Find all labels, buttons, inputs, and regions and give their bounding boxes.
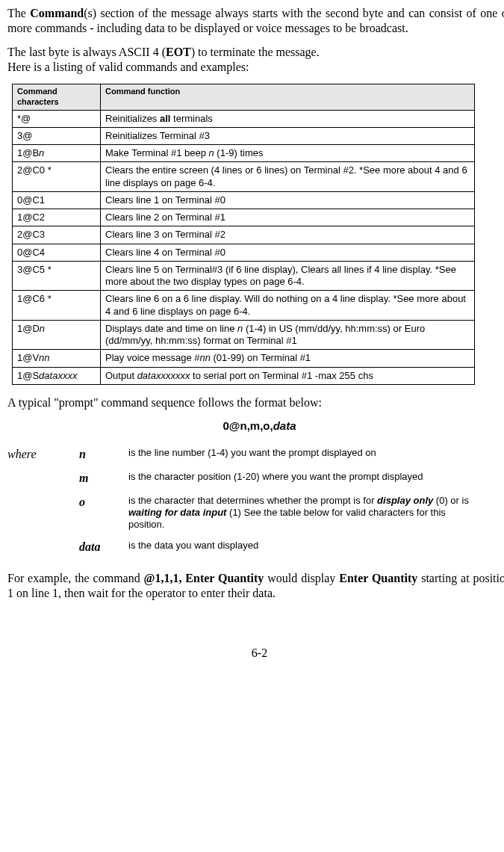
table-cell: 1@Vnn — [13, 350, 101, 367]
table-cell: 0@C4 — [13, 244, 101, 261]
table-cell: Clears line 3 on Terminal #2 — [101, 226, 475, 244]
table-cell: 1@Dn — [13, 320, 101, 350]
table-header: Command characters — [13, 84, 101, 111]
where-desc: is the data you want displayed — [128, 540, 485, 564]
paragraph-command-section: The Command(s) section of the message al… — [7, 6, 504, 36]
table-row: m is the character position (1-20) where… — [7, 471, 485, 495]
table-cell: *@ — [13, 110, 101, 127]
table-row: *@ Reinitializes all terminals — [13, 110, 475, 127]
table-cell: 2@C3 — [13, 226, 101, 244]
where-symbol: data — [79, 540, 128, 564]
table-cell: Displays date and time on line n (1-4) i… — [101, 320, 475, 350]
table-cell: Reinitializes all terminals — [101, 110, 475, 127]
table-cell: Play voice message #nn (01-99) on Termin… — [101, 350, 475, 367]
table-cell: Clears line 4 on Terminal #0 — [101, 244, 475, 261]
table-row: 0@C1 Clears line 1 on Terminal #0 — [13, 191, 475, 209]
table-cell: Clears line 5 on Terminal#3 (if 6 line d… — [101, 261, 475, 291]
table-row: o is the character that determines wheth… — [7, 495, 485, 540]
table-cell: 2@C0 * — [13, 162, 101, 192]
table-cell: 1@C6 * — [13, 291, 101, 321]
text: The last byte is always ASCII 4 ( — [7, 46, 166, 58]
command-table: Command characters Command function *@ R… — [12, 84, 475, 385]
table-row: where n is the line number (1-4) you wan… — [7, 447, 485, 471]
table-cell: Make Terminal #1 beep n (1-9) times — [101, 145, 475, 162]
where-symbol: o — [79, 495, 128, 540]
table-cell: 1@Sdataxxxx — [13, 367, 101, 384]
text-italic: data — [273, 419, 296, 432]
where-label: where — [7, 447, 79, 471]
table-cell: 1@Bn — [13, 145, 101, 162]
text: ) to terminate the message. — [191, 46, 320, 58]
where-desc: is the line number (1-4) you want the pr… — [128, 447, 485, 471]
text-bold: EOT — [166, 46, 191, 58]
where-table: where n is the line number (1-4) you wan… — [7, 447, 485, 564]
where-symbol: m — [79, 471, 128, 495]
table-cell: 1@C2 — [13, 209, 101, 226]
table-row: 1@C2 Clears line 2 on Terminal #1 — [13, 209, 475, 226]
table-row: 1@Bn Make Terminal #1 beep n (1-9) times — [13, 145, 475, 162]
table-cell: 3@C5 * — [13, 261, 101, 291]
table-row: 1@C6 * Clears line 6 on a 6 line display… — [13, 291, 475, 321]
table-row: data is the data you want displayed — [7, 540, 485, 564]
table-row: 2@C0 * Clears the entire screen (4 lines… — [13, 162, 475, 192]
text: 0@n,m,o, — [223, 419, 273, 432]
where-symbol: n — [79, 447, 128, 471]
table-row: 3@C5 * Clears line 5 on Terminal#3 (if 6… — [13, 261, 475, 291]
where-desc: is the character that determines whether… — [128, 495, 485, 540]
paragraph-eot: The last byte is always ASCII 4 (EOT) to… — [7, 45, 504, 60]
text-bold: Enter Quantity — [339, 572, 417, 584]
text-bold: Command — [30, 7, 84, 19]
table-row: 2@C3 Clears line 3 on Terminal #2 — [13, 226, 475, 244]
table-cell: Clears line 1 on Terminal #0 — [101, 191, 475, 209]
table-cell: 0@C1 — [13, 191, 101, 209]
paragraph-example: For example, the command @1,1,1, Enter Q… — [7, 571, 504, 601]
paragraph-listing-intro: Here is a listing of valid commands and … — [7, 60, 504, 75]
table-cell: Reinitializes Terminal #3 — [101, 127, 475, 144]
text: The — [7, 7, 30, 19]
table-header-row: Command characters Command function — [13, 84, 475, 111]
table-row: 1@Sdataxxxx Output dataxxxxxxx to serial… — [13, 367, 475, 384]
where-desc: is the character position (1-20) where y… — [128, 471, 485, 495]
table-row: 1@Vnn Play voice message #nn (01-99) on … — [13, 350, 475, 367]
table-cell: Output dataxxxxxxx to serial port on Ter… — [101, 367, 475, 384]
paragraph-prompt-intro: A typical "prompt" command sequence foll… — [7, 395, 504, 410]
table-row: 0@C4 Clears line 4 on Terminal #0 — [13, 244, 475, 261]
text-bold: @1,1,1, Enter Quantity — [144, 572, 264, 584]
text: For example, the command — [7, 572, 144, 584]
table-cell: Clears the entire screen (4 lines or 6 l… — [101, 162, 475, 192]
table-header: Command function — [101, 84, 475, 111]
page-number: 6-2 — [7, 646, 504, 661]
text: would display — [264, 572, 339, 584]
table-row: 1@Dn Displays date and time on line n (1… — [13, 320, 475, 350]
table-cell: 3@ — [13, 127, 101, 144]
table-cell: Clears line 2 on Terminal #1 — [101, 209, 475, 226]
table-row: 3@ Reinitializes Terminal #3 — [13, 127, 475, 144]
format-example: 0@n,m,o,data — [7, 419, 504, 433]
table-cell: Clears line 6 on a 6 line display. Will … — [101, 291, 475, 321]
